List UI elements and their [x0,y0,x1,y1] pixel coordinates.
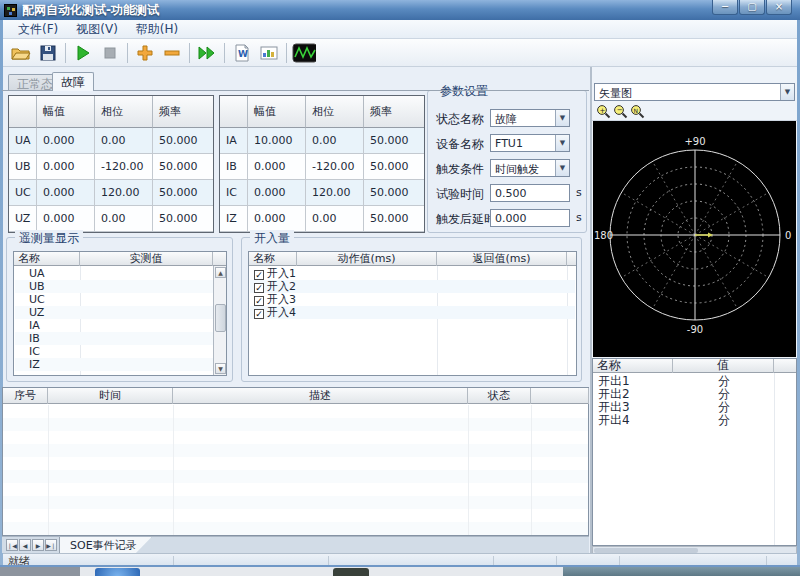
scrollbar-thumb[interactable] [215,304,226,332]
list-item[interactable]: IC [15,345,225,358]
column-header: 相位 [306,96,364,128]
value-cell[interactable]: 10.000 [248,128,306,154]
checkbox[interactable]: ✓ [254,270,264,280]
waveform-icon[interactable] [292,41,316,65]
scroll-down-icon[interactable]: ▼ [215,363,226,374]
zoom-out-icon[interactable]: − [612,104,629,120]
first-page-icon[interactable]: ❘◀ [6,539,18,551]
text-input[interactable]: 0.500 [490,184,570,202]
open-icon[interactable] [9,41,33,65]
column-header[interactable] [531,388,589,404]
table-header: 序号时间描述状态 [3,388,588,404]
save-icon[interactable] [36,41,60,65]
checkbox[interactable]: ✓ [254,283,264,293]
taskbar-blue-app-icon[interactable] [95,568,140,576]
checkbox[interactable]: ✓ [254,296,264,306]
tab-label: SOE事件记录 [70,539,137,552]
list-item[interactable]: UC [15,293,225,306]
value-cell[interactable]: 50.000 [364,180,424,206]
value-cell[interactable]: 50.000 [153,128,213,154]
value-cell[interactable]: 120.00 [306,180,364,206]
menu-item[interactable]: 视图(V) [67,20,127,39]
value-cell[interactable]: 120.00 [95,180,153,206]
value-cell[interactable]: 0.000 [37,206,95,232]
value-cell[interactable]: 0.000 [37,180,95,206]
column-header[interactable]: 名称 [14,252,80,266]
column-header[interactable]: 状态 [468,388,531,404]
minimize-icon[interactable]: ─ [712,0,738,15]
value-cell[interactable]: 0.00 [306,128,364,154]
value-cell[interactable]: -120.00 [95,154,153,180]
list-item[interactable]: UB [15,280,225,293]
fast-run-icon[interactable] [195,41,219,65]
tab-label: 故障 [61,75,85,89]
tab-fault-state[interactable]: 故障 [52,72,94,91]
value-cell[interactable]: 0.00 [95,206,153,232]
column-header[interactable]: 动作值(ms) [297,252,437,266]
list-item[interactable]: 开出4分 [594,414,795,427]
list-item[interactable]: IB [15,332,225,345]
zoom-in-icon[interactable]: + [595,104,612,120]
list-item[interactable]: UZ [15,306,225,319]
graph-report-icon[interactable] [257,41,281,65]
value-cell[interactable]: 0.00 [306,206,364,232]
scroll-up-icon[interactable]: ▲ [215,267,226,278]
checkbox[interactable]: ✓ [254,309,264,319]
next-page-icon[interactable]: ▶ [32,539,44,551]
dropdown-select[interactable]: 故障▼ [490,109,570,127]
close-icon[interactable]: × [766,0,792,15]
value-cell[interactable]: 50.000 [364,154,424,180]
word-report-icon[interactable]: W [230,41,254,65]
view-selector[interactable]: 矢量图 ▼ [594,83,795,101]
column-header[interactable]: 时间 [48,388,173,404]
add-icon[interactable] [133,41,157,65]
column-header[interactable]: 实测值 [80,252,213,266]
column-header[interactable]: 名称 [249,252,297,266]
column-header[interactable]: 返回值(ms) [437,252,567,266]
dropdown-select[interactable]: 时间触发▼ [490,159,570,177]
dropdown-select[interactable]: FTU1▼ [490,134,570,152]
value-cell[interactable]: 0.000 [248,206,306,232]
column-header[interactable]: 描述 [173,388,468,404]
value-cell[interactable]: 0.00 [95,128,153,154]
list-item[interactable]: UA [15,267,225,280]
last-page-icon[interactable]: ▶❘ [45,539,57,551]
remove-icon[interactable] [160,41,184,65]
value-cell[interactable]: 0.000 [248,154,306,180]
tab-soe-record[interactable]: SOE事件记录 [59,537,152,554]
value-cell[interactable]: 50.000 [364,206,424,232]
list-item[interactable]: ✓开入2 [250,280,575,293]
svg-text:+: + [600,107,606,115]
list-item[interactable]: ✓开入3 [250,293,575,306]
value-cell[interactable]: 50.000 [153,206,213,232]
column-header[interactable]: 序号 [3,388,48,404]
field-label: 触发条件 [436,161,484,178]
list-item[interactable]: ✓开入1 [250,267,575,280]
value-cell[interactable]: 0.000 [37,128,95,154]
value-cell[interactable]: 50.000 [153,180,213,206]
menu-bar: 文件(F)视图(V)帮助(H) [3,20,797,39]
list-item[interactable]: IA [15,319,225,332]
value-cell[interactable]: 0.000 [37,154,95,180]
axis-label-bottom: -90 [687,324,703,335]
value-cell[interactable]: 50.000 [153,154,213,180]
list-item[interactable]: IZ [15,358,225,371]
chevron-down-icon: ▼ [555,135,569,151]
maximize-icon[interactable]: ▢ [739,0,765,15]
list-item[interactable]: ✓开入4 [250,306,575,319]
start-icon[interactable] [71,41,95,65]
menu-item[interactable]: 帮助(H) [127,20,187,39]
column-header[interactable]: 名称 [593,359,673,373]
value-cell[interactable]: -120.00 [306,154,364,180]
stop-icon[interactable] [98,41,122,65]
value-cell[interactable]: 50.000 [364,128,424,154]
prev-page-icon[interactable]: ◀ [19,539,31,551]
taskbar-dark-app-icon[interactable] [333,568,369,576]
vertical-scrollbar[interactable]: ▲ ▼ [213,266,226,375]
zoom-reset-icon[interactable]: N [629,104,646,120]
value-cell[interactable]: 0.000 [248,180,306,206]
menu-item[interactable]: 文件(F) [9,20,67,39]
text-input[interactable]: 0.000 [490,209,570,227]
window-title: 配网自动化测试-功能测试 [22,2,159,19]
column-header[interactable]: 值 [673,359,774,373]
